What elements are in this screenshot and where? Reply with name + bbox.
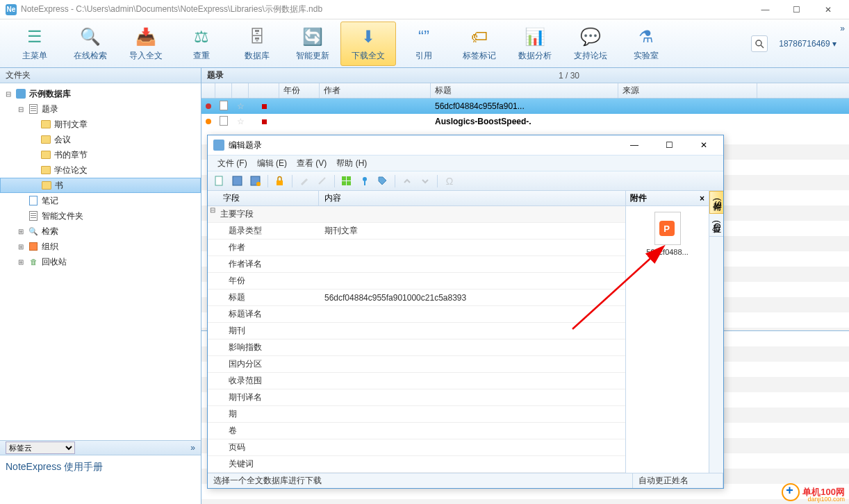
up-button[interactable] — [399, 174, 415, 189]
column-header[interactable] — [249, 83, 279, 98]
pin-button[interactable] — [357, 174, 372, 189]
toolbar-智能更新[interactable]: 🔄智能更新 — [285, 22, 340, 66]
field-column-header[interactable]: 字段 — [208, 191, 319, 205]
field-row-收录范围[interactable]: 收录范围 — [208, 373, 625, 389]
field-value[interactable] — [319, 240, 625, 255]
field-value[interactable] — [319, 273, 625, 289]
field-value[interactable] — [319, 323, 625, 339]
tree-item-题录[interactable]: ⊟题录 — [0, 101, 201, 117]
toolbar-引用[interactable]: “”引用 — [396, 22, 452, 66]
tree-item-组织[interactable]: ⊞组织 — [0, 239, 201, 254]
star-icon[interactable]: ☆ — [237, 117, 245, 126]
wand-button[interactable] — [315, 174, 330, 189]
tree-item-期刊文章[interactable]: 期刊文章 — [0, 117, 201, 132]
column-header[interactable]: 来源 — [618, 83, 757, 98]
tree-item-学位论文[interactable]: 学位论文 — [0, 162, 201, 178]
menu-item[interactable]: 编辑 (E) — [253, 156, 291, 171]
tree-twisty-icon[interactable]: ⊞ — [17, 243, 25, 251]
menu-item[interactable]: 文件 (F) — [213, 156, 252, 171]
dialog-maximize-button[interactable]: ☐ — [655, 136, 683, 154]
field-value[interactable] — [319, 423, 625, 439]
field-row-影响指数[interactable]: 影响指数 — [208, 339, 625, 356]
field-value[interactable]: 期刊文章 — [319, 223, 625, 239]
column-header[interactable] — [201, 83, 215, 98]
collapse-icon[interactable]: ⊟ — [208, 206, 217, 222]
field-grid[interactable]: 字段 内容 ⊟ 主要字段 题录类型期刊文章作者作者译名年份标题56dcf0488… — [208, 191, 626, 473]
field-row-题录类型[interactable]: 题录类型期刊文章 — [208, 223, 625, 240]
toolbar-实验室[interactable]: ⚗实验室 — [618, 22, 674, 66]
toolbar-导入全文[interactable]: 📥导入全文 — [118, 22, 174, 66]
field-group-row[interactable]: ⊟ 主要字段 — [208, 206, 625, 223]
grid-button[interactable] — [339, 174, 354, 189]
field-row-作者[interactable]: 作者 — [208, 240, 625, 256]
close-button[interactable]: ✕ — [812, 0, 843, 19]
field-value[interactable] — [319, 456, 625, 472]
tree-item-示例数据库[interactable]: ⊟示例数据库 — [0, 86, 201, 101]
field-value[interactable] — [319, 306, 625, 322]
record-row[interactable]: ☆56dcf04884c955fa901... — [201, 99, 849, 114]
toolbar-在线检索[interactable]: 🔍在线检索 — [63, 22, 118, 66]
field-row-期刊[interactable]: 期刊 — [208, 323, 625, 339]
tree-item-书[interactable]: 书 — [0, 178, 201, 193]
records-column-header[interactable]: 年份作者标题来源 — [201, 83, 849, 99]
dialog-minimize-button[interactable]: — — [620, 136, 648, 154]
tagcloud-select[interactable]: 标签云 — [6, 442, 75, 454]
tree-item-智能文件夹[interactable]: 智能文件夹 — [0, 208, 201, 224]
save-button[interactable] — [230, 174, 245, 189]
tag-button[interactable] — [375, 174, 390, 189]
field-row-标题[interactable]: 标题56dcf04884c955fa901000c21c5a8393 — [208, 289, 625, 306]
user-menu[interactable]: 18786716469 ▾ — [773, 36, 842, 51]
attachment-name[interactable]: 56dcf0488... — [632, 248, 703, 256]
toolbar-主菜单[interactable]: ☰主菜单 — [7, 22, 63, 66]
field-row-期刊译名[interactable]: 期刊译名 — [208, 389, 625, 406]
field-value[interactable] — [319, 339, 625, 355]
field-row-国内分区[interactable]: 国内分区 — [208, 356, 625, 373]
toolbar-支持论坛[interactable]: 💬支持论坛 — [563, 22, 618, 66]
tree-twisty-icon[interactable]: ⊞ — [17, 258, 25, 266]
column-header[interactable]: 标题 — [431, 83, 618, 98]
column-header[interactable]: 作者 — [320, 83, 431, 98]
maximize-button[interactable]: ☐ — [781, 0, 812, 19]
field-row-期[interactable]: 期 — [208, 406, 625, 423]
field-value[interactable] — [319, 406, 625, 422]
lock-button[interactable] — [272, 174, 288, 189]
dialog-close-button[interactable]: ✕ — [690, 136, 718, 154]
toolbar-数据库[interactable]: 🗄数据库 — [229, 22, 285, 66]
attachment-close-icon[interactable]: × — [700, 194, 704, 203]
field-value[interactable] — [319, 256, 625, 272]
record-row[interactable]: ☆Auslogics-BoostSpeed-. — [201, 114, 849, 129]
toolbar-search-button[interactable] — [751, 35, 768, 52]
sidetab-location[interactable]: 位置 (C) — [709, 214, 723, 237]
field-value[interactable] — [319, 356, 625, 372]
field-value[interactable]: 56dcf04884c955fa901000c21c5a8393 — [319, 289, 625, 305]
minimize-button[interactable]: — — [750, 0, 781, 19]
star-icon[interactable]: ☆ — [237, 101, 245, 111]
tree-twisty-icon[interactable]: ⊟ — [4, 90, 13, 98]
tree-item-笔记[interactable]: 笔记 — [0, 193, 201, 208]
field-row-标题译名[interactable]: 标题译名 — [208, 306, 625, 323]
tagcloud-expand-icon[interactable]: » — [190, 443, 195, 453]
content-column-header[interactable]: 内容 — [319, 191, 625, 205]
tree-item-回收站[interactable]: ⊞回收站 — [0, 254, 201, 269]
clear-button[interactable] — [297, 174, 312, 189]
tagcloud-tag[interactable]: NoteExpress 使用手册 — [6, 461, 103, 472]
dialog-titlebar[interactable]: 编辑题录 — ☐ ✕ — [208, 135, 723, 155]
folder-tree[interactable]: ⊟示例数据库⊟题录期刊文章会议书的章节学位论文书笔记智能文件夹⊞检索⊞组织⊞回收… — [0, 83, 201, 440]
field-value[interactable] — [319, 439, 625, 455]
dialog-menubar[interactable]: 文件 (F)编辑 (E)查看 (V)帮助 (H) — [208, 155, 723, 171]
down-button[interactable] — [418, 174, 433, 189]
field-row-年份[interactable]: 年份 — [208, 273, 625, 289]
toolbar-下载全文[interactable]: ⬇下载全文 — [340, 22, 396, 66]
new-button[interactable] — [212, 174, 227, 189]
field-row-关键词[interactable]: 关键词 — [208, 456, 625, 473]
tree-twisty-icon[interactable]: ⊞ — [17, 228, 25, 235]
menu-item[interactable]: 查看 (V) — [292, 156, 331, 171]
save-as-button[interactable] — [248, 174, 263, 189]
field-value[interactable] — [319, 389, 625, 405]
tree-item-检索[interactable]: ⊞检索 — [0, 224, 201, 239]
omega-button[interactable]: Ω — [442, 174, 457, 189]
toolbar-overflow-icon[interactable]: » — [840, 24, 845, 33]
tree-item-书的章节[interactable]: 书的章节 — [0, 147, 201, 162]
sidetab-attachment[interactable]: 附件 (S) — [709, 191, 723, 214]
column-header[interactable]: 年份 — [279, 83, 320, 98]
